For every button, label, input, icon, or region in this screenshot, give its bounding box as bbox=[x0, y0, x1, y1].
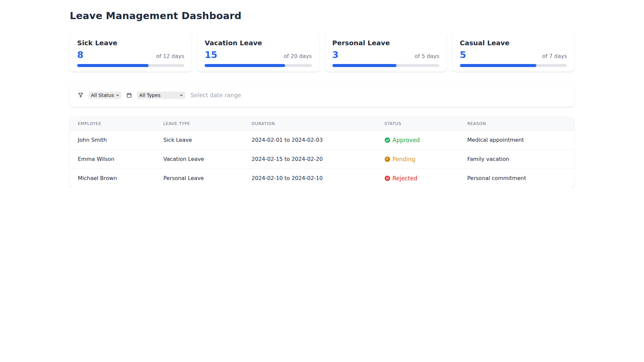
reason-cell: Medical appointment bbox=[459, 130, 574, 149]
used-days-value: 3 bbox=[332, 50, 339, 60]
status-badge: Rejected bbox=[392, 175, 417, 182]
total-days-label: of 7 days bbox=[542, 53, 567, 59]
card-sick-leave: Sick Leave 8 of 12 days bbox=[70, 34, 192, 72]
status-filter-wrap: All Status bbox=[89, 92, 121, 99]
progress-fill bbox=[460, 64, 536, 67]
type-filter-select[interactable]: All Types bbox=[137, 92, 185, 99]
status-cell: Approved bbox=[376, 130, 459, 149]
card-casual-leave: Casual Leave 5 of 7 days bbox=[452, 34, 574, 72]
leave-requests-table-card: EMPLOYEE LEAVE TYPE DURATION STATUS REAS… bbox=[70, 117, 574, 188]
summary-cards: Sick Leave 8 of 12 days Vacation Leave 1… bbox=[70, 34, 574, 72]
progress-fill bbox=[205, 64, 285, 67]
check-circle-icon bbox=[384, 137, 390, 143]
progress-fill bbox=[332, 64, 397, 67]
progress-track bbox=[460, 64, 567, 67]
card-stat-row: 5 of 7 days bbox=[460, 50, 567, 60]
card-personal-leave: Personal Leave 3 of 5 days bbox=[325, 34, 447, 72]
status-badge: Pending bbox=[392, 156, 415, 163]
date-range-input[interactable] bbox=[190, 92, 297, 99]
progress-fill bbox=[77, 64, 149, 67]
status-cell: Rejected bbox=[376, 169, 459, 188]
funnel-icon bbox=[77, 92, 84, 98]
card-vacation-leave: Vacation Leave 15 of 20 days bbox=[197, 34, 319, 72]
employee-cell: Emma Wilson bbox=[70, 149, 155, 169]
table-row: John Smith Sick Leave 2024-02-01 to 2024… bbox=[70, 130, 574, 149]
column-header-employee: EMPLOYEE bbox=[70, 117, 155, 130]
duration-cell: 2024-02-01 to 2024-02-03 bbox=[244, 130, 376, 149]
table-row: Michael Brown Personal Leave 2024-02-10 … bbox=[70, 169, 574, 188]
leave-type-cell: Personal Leave bbox=[155, 169, 244, 188]
page-container: Leave Management Dashboard Sick Leave 8 … bbox=[70, 0, 574, 188]
duration-cell: 2024-02-10 to 2024-02-10 bbox=[244, 169, 376, 188]
card-stat-row: 8 of 12 days bbox=[77, 50, 184, 60]
card-title: Casual Leave bbox=[460, 39, 567, 47]
progress-track bbox=[332, 64, 439, 67]
table-row: Emma Wilson Vacation Leave 2024-02-15 to… bbox=[70, 149, 574, 169]
progress-track bbox=[205, 64, 312, 67]
leave-type-cell: Vacation Leave bbox=[155, 149, 244, 169]
progress-track bbox=[77, 64, 184, 67]
total-days-label: of 20 days bbox=[284, 53, 312, 59]
leave-type-cell: Sick Leave bbox=[155, 130, 244, 149]
total-days-label: of 12 days bbox=[156, 53, 184, 59]
card-stat-row: 15 of 20 days bbox=[205, 50, 312, 60]
status-badge: Approved bbox=[392, 137, 420, 143]
column-header-leave-type: LEAVE TYPE bbox=[155, 117, 244, 130]
used-days-value: 5 bbox=[460, 50, 466, 60]
card-stat-row: 3 of 5 days bbox=[332, 50, 439, 60]
filter-bar: All Status All Types bbox=[70, 83, 574, 107]
employee-cell: Michael Brown bbox=[70, 169, 155, 188]
used-days-value: 8 bbox=[77, 50, 84, 60]
card-title: Sick Leave bbox=[77, 39, 184, 47]
column-header-status: STATUS bbox=[376, 117, 459, 130]
status-filter-select[interactable]: All Status bbox=[89, 92, 121, 99]
calendar-icon bbox=[126, 92, 132, 98]
reason-cell: Personal commitment bbox=[459, 169, 574, 188]
duration-cell: 2024-02-15 to 2024-02-20 bbox=[244, 149, 376, 169]
card-title: Vacation Leave bbox=[205, 39, 312, 47]
card-title: Personal Leave bbox=[332, 39, 439, 47]
page-title: Leave Management Dashboard bbox=[70, 10, 574, 21]
table-header-row: EMPLOYEE LEAVE TYPE DURATION STATUS REAS… bbox=[70, 117, 574, 130]
leave-requests-table: EMPLOYEE LEAVE TYPE DURATION STATUS REAS… bbox=[70, 117, 574, 188]
total-days-label: of 5 days bbox=[415, 53, 439, 59]
reason-cell: Family vacation bbox=[459, 149, 574, 169]
column-header-reason: REASON bbox=[459, 117, 574, 130]
x-circle-icon bbox=[384, 175, 390, 181]
type-filter-wrap: All Types bbox=[137, 92, 185, 99]
clock-icon bbox=[384, 156, 390, 162]
employee-cell: John Smith bbox=[70, 130, 155, 149]
column-header-duration: DURATION bbox=[244, 117, 376, 130]
status-cell: Pending bbox=[376, 149, 459, 169]
used-days-value: 15 bbox=[205, 50, 217, 60]
